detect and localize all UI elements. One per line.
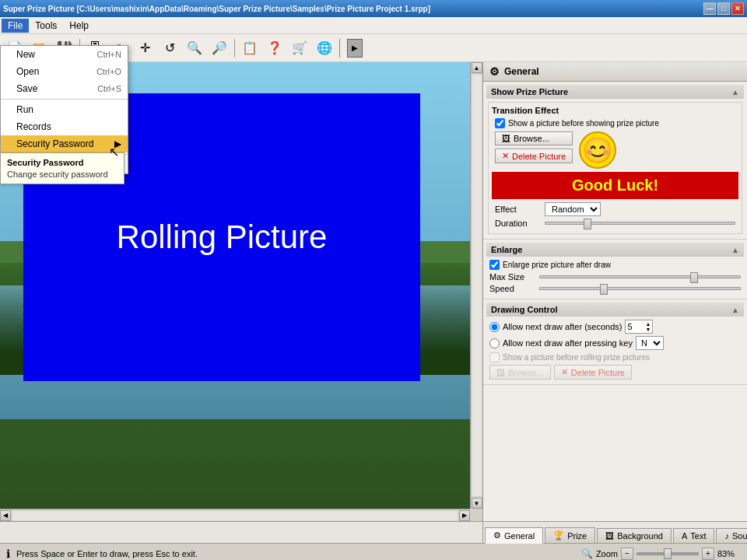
effect-select[interactable]: Random Fade Slide (545, 202, 601, 216)
delete-icon: ✕ (502, 151, 509, 161)
browse-button[interactable]: 🖼 Browse... (495, 131, 573, 145)
menu-item-run[interactable]: Run (1, 101, 128, 118)
bottom-tabs-container: ⚙ General 🏆 Prize 🖼 Background A Text ♪ … (0, 521, 747, 543)
globe-button[interactable]: 🌐 (313, 37, 336, 60)
menu-item-new[interactable]: New Ctrl+N (1, 46, 128, 63)
show-before-rolling-label: Show a picture before rolling prize pict… (503, 353, 650, 362)
transition-controls: 🖼 Browse... ✕ Delete Picture 😊 (495, 131, 735, 169)
enlarge-header: Enlarge ▲ (486, 243, 744, 257)
drawing-control-title: Drawing Control (491, 305, 558, 314)
seconds-spinbox[interactable]: 5 ▲ ▼ (625, 320, 653, 334)
reset-button[interactable]: ↺ (158, 37, 181, 60)
tab-sound[interactable]: ♪ Sound (716, 528, 747, 543)
title-bar: Super Prize Picture [C:\Users\mashixin\A… (0, 0, 747, 17)
maxsize-slider[interactable] (539, 275, 741, 278)
tab-text-icon: A (682, 531, 687, 541)
panel-gear-icon: ⚙ (489, 65, 500, 78)
browse-icon: 🖼 (502, 134, 510, 143)
transition-checkbox-row: Show a picture before showing prize pict… (495, 118, 735, 128)
show-before-rolling-row: Show a picture before rolling prize pict… (489, 352, 741, 362)
tab-prize-icon: 🏆 (553, 530, 564, 541)
duration-thumb[interactable] (584, 219, 591, 229)
speed-slider[interactable] (539, 287, 741, 290)
drawing-control-buttons: 🖼 Browse... ✕ Delete Picture (489, 365, 741, 380)
submenu-arrow: ▶ (114, 138, 121, 149)
smiley-face: 😊 (579, 131, 616, 169)
smiley-area: 😊 (579, 131, 616, 169)
transition-checkbox[interactable] (495, 118, 505, 128)
panel-header: ⚙ General (483, 62, 747, 82)
enlarge-checkbox[interactable] (489, 260, 500, 270)
menu-item-new-label: New (16, 49, 35, 60)
maximize-button[interactable]: □ (717, 2, 730, 15)
tabs-left-spacer (0, 522, 482, 543)
duration-slider[interactable] (545, 222, 735, 225)
menu-item-open-label: Open (16, 66, 39, 77)
find-button[interactable]: 🔍 (183, 37, 206, 60)
maxsize-label: Max Size (489, 272, 536, 282)
speed-thumb[interactable] (600, 284, 608, 295)
spin-down[interactable]: ▼ (646, 327, 651, 332)
document-button[interactable]: 📋 (238, 37, 261, 60)
enlarge-title: Enlarge (491, 245, 522, 254)
scroll-down-button[interactable]: ▼ (472, 498, 482, 509)
maxsize-thumb[interactable] (690, 272, 698, 283)
menu-help[interactable]: Help (63, 19, 95, 33)
horizontal-scrollbar[interactable]: ◀ ▶ (0, 509, 470, 521)
scroll-left-button[interactable]: ◀ (0, 510, 11, 521)
tab-general-label: General (504, 531, 535, 541)
add-button[interactable]: ✛ (133, 37, 156, 60)
tab-general[interactable]: ⚙ General (485, 527, 543, 544)
tab-text[interactable]: A Text (673, 528, 715, 543)
duration-label: Duration (495, 219, 542, 228)
tab-background[interactable]: 🖼 Background (597, 528, 672, 543)
zoom-value: 83% (717, 549, 741, 558)
zoom-out-button[interactable]: − (621, 548, 633, 560)
h-scroll-track (12, 511, 458, 520)
tab-prize[interactable]: 🏆 Prize (545, 527, 595, 543)
menu-item-save-shortcut: Ctrl+S (97, 84, 121, 93)
tab-background-icon: 🖼 (605, 531, 614, 541)
spin-up[interactable]: ▲ (646, 321, 651, 327)
show-prize-collapse[interactable]: ▲ (731, 88, 739, 96)
menu-item-save[interactable]: Save Ctrl+S (1, 80, 128, 97)
transition-buttons: 🖼 Browse... ✕ Delete Picture (495, 131, 573, 169)
close-button[interactable]: ✕ (731, 2, 744, 15)
zoom-in-button[interactable]: 🔎 (208, 37, 231, 60)
zoom-thumb[interactable] (664, 548, 672, 559)
delete-picture-button[interactable]: ✕ Delete Picture (495, 149, 573, 163)
zoom-slider[interactable] (637, 552, 699, 555)
show-prize-header: Show Prize Picture ▲ (486, 85, 744, 99)
radio2-label: Allow next draw after pressing key (503, 338, 633, 348)
menu-item-save-label: Save (16, 83, 37, 94)
spin-arrows[interactable]: ▲ ▼ (646, 321, 651, 332)
transition-checkbox-label: Show a picture before showing prize pict… (508, 119, 659, 128)
key-select[interactable]: N Enter Space (636, 336, 664, 350)
scroll-right-button[interactable]: ▶ (459, 510, 470, 521)
menu-item-records-label: Records (16, 121, 51, 132)
radio1-label: Allow next draw after (seconds) (503, 322, 622, 331)
menu-item-open[interactable]: Open Ctrl+O (1, 63, 128, 80)
browse2-button[interactable]: 🖼 Browse... (489, 365, 551, 380)
delete2-button[interactable]: ✕ Delete Picture (554, 365, 632, 380)
menu-file[interactable]: File (2, 19, 29, 33)
drawing-control-collapse[interactable]: ▲ (731, 306, 739, 314)
menu-item-records[interactable]: Records (1, 118, 128, 135)
menu-item-security[interactable]: Security Password ▶ (1, 135, 128, 152)
run-button[interactable]: ▶ (347, 39, 363, 58)
cart-button[interactable]: 🛒 (288, 37, 311, 60)
browse2-icon: 🖼 (496, 368, 505, 377)
tab-sound-label: Sound (732, 531, 747, 541)
menu-tools[interactable]: Tools (29, 19, 63, 33)
zoom-in-button[interactable]: + (702, 548, 714, 560)
enlarge-checkbox-label: Enlarge prize picture after draw (503, 261, 611, 269)
radio-after-key[interactable] (489, 338, 500, 348)
show-prize-section: Show Prize Picture ▲ Transition Effect S… (483, 82, 747, 240)
scroll-track (472, 75, 482, 496)
enlarge-collapse[interactable]: ▲ (731, 246, 739, 254)
radio-after-seconds[interactable] (489, 322, 500, 332)
vertical-scrollbar[interactable]: ▲ ▼ (470, 62, 482, 509)
minimize-button[interactable]: — (703, 2, 716, 15)
help-button[interactable]: ❓ (263, 37, 286, 60)
scroll-up-button[interactable]: ▲ (472, 62, 482, 73)
